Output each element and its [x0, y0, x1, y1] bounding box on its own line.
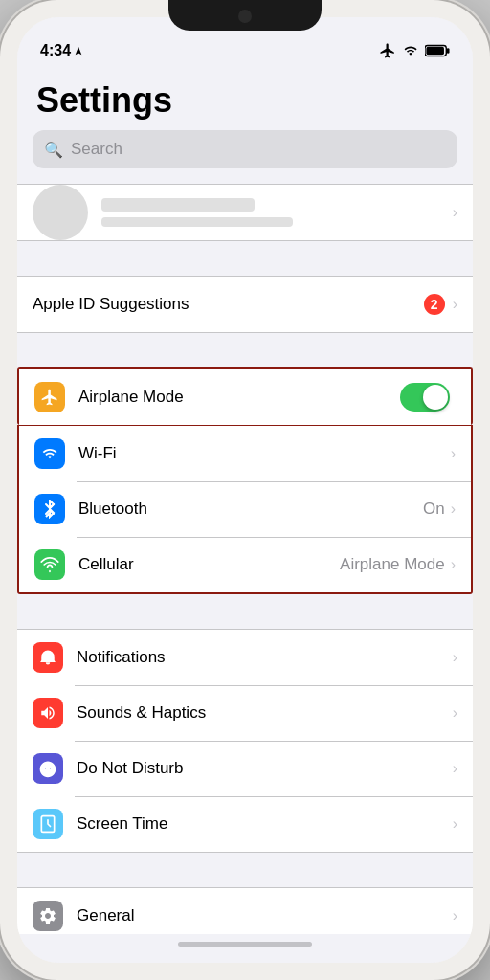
sounds-haptics-label: Sounds & Haptics: [77, 703, 453, 723]
status-time: 4:34: [40, 42, 83, 59]
dnd-symbol: [38, 759, 57, 778]
general-label: General: [77, 906, 453, 925]
notifications-section: Notifications › Sounds & Haptics ›: [17, 629, 473, 853]
search-bar[interactable]: 🔍 Search: [33, 130, 457, 168]
search-icon: 🔍: [44, 141, 63, 159]
toggle-knob: [423, 385, 448, 410]
bluetooth-chevron: ›: [451, 501, 456, 518]
svg-rect-1: [447, 48, 450, 54]
general-section: General › Control Center ›: [17, 887, 473, 934]
notifications-row[interactable]: Notifications ›: [17, 630, 473, 685]
wifi-label: Wi-Fi: [78, 444, 451, 463]
scroll-content[interactable]: Settings 🔍 Search ›: [17, 65, 473, 934]
general-icon: [33, 901, 63, 931]
avatar: [33, 185, 88, 240]
location-icon: [74, 45, 83, 56]
page-title: Settings: [17, 65, 473, 130]
airplane-mode-row[interactable]: Airplane Mode: [19, 369, 471, 425]
general-symbol: [38, 906, 57, 925]
wifi-row[interactable]: Wi-Fi ›: [19, 426, 471, 481]
profile-row[interactable]: ›: [17, 185, 473, 240]
profile-section[interactable]: ›: [17, 184, 473, 241]
cellular-value: Airplane Mode: [340, 555, 445, 574]
connectivity-section: Airplane Mode Wi-Fi: [17, 368, 473, 594]
home-indicator: [178, 942, 312, 947]
sounds-haptics-row[interactable]: Sounds & Haptics ›: [17, 685, 473, 741]
do-not-disturb-row[interactable]: Do Not Disturb ›: [17, 741, 473, 796]
bluetooth-row[interactable]: Bluetooth On ›: [19, 481, 471, 537]
notifications-symbol: [39, 648, 56, 667]
screen-time-row[interactable]: Screen Time ›: [17, 796, 473, 852]
bluetooth-symbol: [43, 500, 56, 519]
wifi-status-icon: [402, 44, 419, 57]
bluetooth-value: On: [423, 500, 445, 519]
sounds-symbol: [39, 703, 56, 723]
airplane-mode-label: Airplane Mode: [78, 388, 400, 407]
apple-id-label: Apple ID Suggestions: [33, 295, 424, 314]
general-row[interactable]: General ›: [17, 888, 473, 934]
screen-time-chevron: ›: [453, 815, 457, 833]
cellular-icon: [34, 549, 65, 580]
notifications-label: Notifications: [77, 648, 453, 667]
search-placeholder: Search: [71, 140, 122, 159]
cellular-row[interactable]: Cellular Airplane Mode ›: [19, 537, 471, 592]
cellular-chevron: ›: [451, 556, 456, 573]
connectivity-lower: Wi-Fi › Bluetooth On ›: [17, 425, 473, 594]
screen-time-symbol: [38, 814, 57, 834]
profile-chevron: ›: [453, 204, 457, 221]
svg-rect-2: [426, 47, 444, 55]
airplane-mode-toggle[interactable]: [400, 383, 450, 412]
apple-id-chevron: ›: [453, 296, 457, 313]
sounds-haptics-chevron: ›: [453, 704, 457, 722]
sounds-icon: [33, 698, 63, 728]
apple-id-row[interactable]: Apple ID Suggestions 2 ›: [17, 277, 473, 332]
notifications-icon: [33, 642, 63, 673]
wifi-symbol: [40, 446, 59, 461]
apple-id-badge: 2: [424, 294, 445, 315]
battery-icon: [425, 44, 450, 57]
phone-screen: 4:34: [17, 17, 473, 963]
status-icons: [379, 42, 450, 59]
notifications-chevron: ›: [453, 649, 457, 666]
dnd-chevron: ›: [453, 760, 457, 777]
camera: [238, 10, 252, 23]
cellular-symbol: [40, 555, 59, 574]
screen-time-icon: [33, 809, 63, 839]
apple-id-section[interactable]: Apple ID Suggestions 2 ›: [17, 276, 473, 333]
profile-name: [101, 198, 255, 212]
phone-frame: 4:34: [0, 0, 490, 980]
dnd-icon: [33, 753, 63, 784]
wifi-chevron: ›: [451, 445, 456, 462]
wifi-icon: [34, 438, 65, 469]
time-label: 4:34: [40, 42, 71, 59]
dnd-label: Do Not Disturb: [77, 759, 453, 778]
airplane-icon: [40, 388, 59, 407]
bluetooth-icon: [34, 494, 65, 524]
screen-time-label: Screen Time: [77, 814, 453, 834]
cellular-label: Cellular: [78, 555, 340, 574]
airplane-mode-icon: [34, 382, 65, 412]
bluetooth-label: Bluetooth: [78, 500, 423, 519]
general-chevron: ›: [453, 907, 457, 924]
notch: [168, 0, 322, 31]
profile-subtitle: [101, 217, 293, 227]
bottom-bar: [17, 934, 473, 963]
airplane-status-icon: [379, 42, 396, 59]
